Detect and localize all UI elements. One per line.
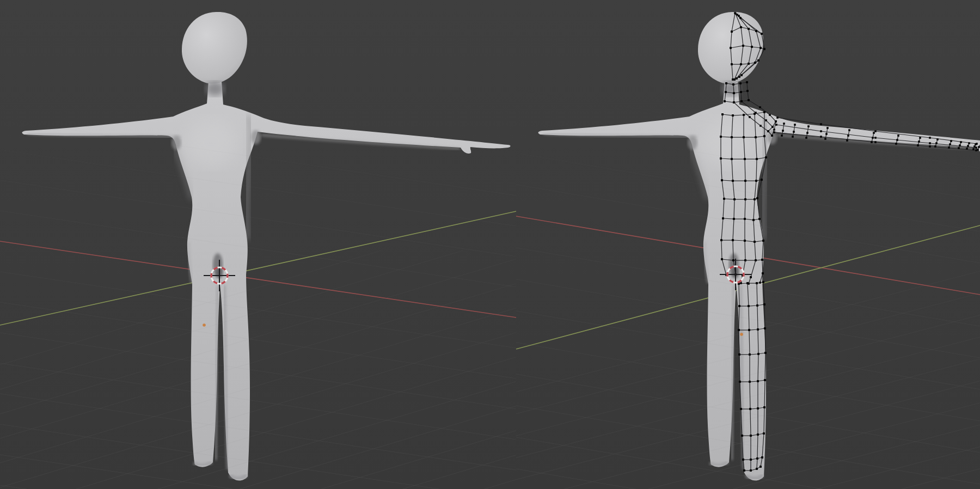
object-origin-icon bbox=[203, 323, 206, 327]
object-origin-icon bbox=[740, 333, 743, 336]
blender-viewport[interactable] bbox=[0, 0, 980, 489]
